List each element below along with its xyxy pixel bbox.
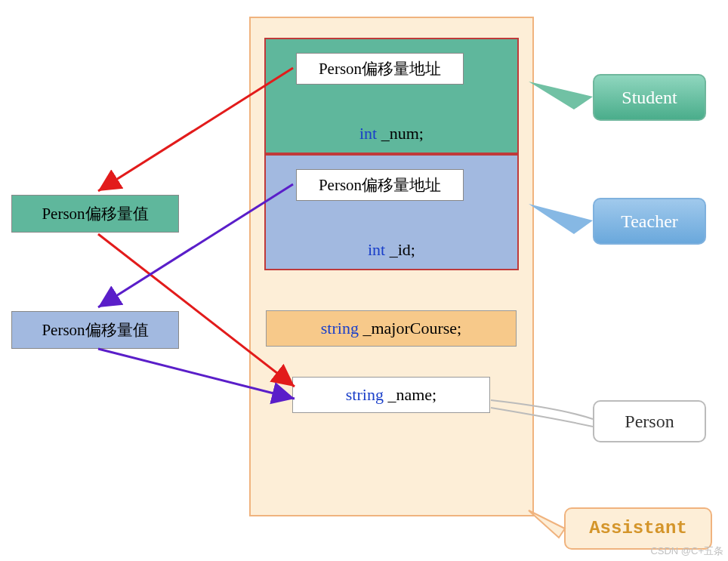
addr-text: Person偏移量地址: [319, 176, 441, 194]
name-member: string _name;: [292, 377, 490, 413]
offset-value-box-student: Person偏移量值: [11, 195, 179, 233]
offset-value-box-teacher: Person偏移量值: [11, 311, 179, 349]
callout-tail-teacher: [529, 204, 593, 234]
offset-value-text: Person偏移量值: [42, 205, 148, 223]
teacher-subobject: Person偏移量地址 int _id;: [264, 154, 519, 270]
label-text: Assistant: [589, 518, 687, 538]
callout-tail-assistant: [529, 510, 565, 538]
semicolon: ;: [419, 124, 424, 143]
student-member: int _num;: [266, 124, 517, 143]
person-label: Person: [593, 400, 706, 442]
callout-tail-student: [529, 82, 593, 109]
label-text: Person: [625, 412, 674, 431]
label-text: Student: [622, 88, 677, 107]
semicolon: ;: [411, 240, 415, 259]
var-name: _name: [387, 385, 432, 404]
major-course-member: string _majorCourse;: [266, 310, 517, 347]
type-keyword: string: [321, 319, 359, 338]
assistant-label: Assistant: [564, 507, 712, 550]
semicolon: ;: [432, 385, 436, 404]
student-subobject: Person偏移量地址 int _num;: [264, 38, 519, 154]
assistant-object-layout: Person偏移量地址 int _num; Person偏移量地址 int _i…: [249, 17, 534, 516]
teacher-offset-addr: Person偏移量地址: [296, 169, 464, 201]
var-name: _num: [381, 124, 419, 143]
student-offset-addr: Person偏移量地址: [296, 53, 464, 85]
teacher-member: int _id;: [266, 240, 517, 260]
offset-value-text: Person偏移量值: [42, 321, 148, 339]
watermark-text: CSDN @C+五条: [650, 545, 723, 556]
type-keyword: int: [368, 240, 385, 259]
student-label: Student: [593, 74, 706, 121]
addr-text: Person偏移量地址: [319, 60, 441, 78]
semicolon: ;: [457, 319, 461, 338]
label-text: Teacher: [621, 211, 678, 231]
teacher-label: Teacher: [593, 198, 706, 245]
watermark: CSDN @C+五条: [650, 544, 723, 558]
var-name: _id: [390, 240, 411, 259]
type-keyword: int: [359, 124, 377, 143]
type-keyword: string: [346, 385, 384, 404]
var-name: _majorCourse: [362, 319, 457, 338]
